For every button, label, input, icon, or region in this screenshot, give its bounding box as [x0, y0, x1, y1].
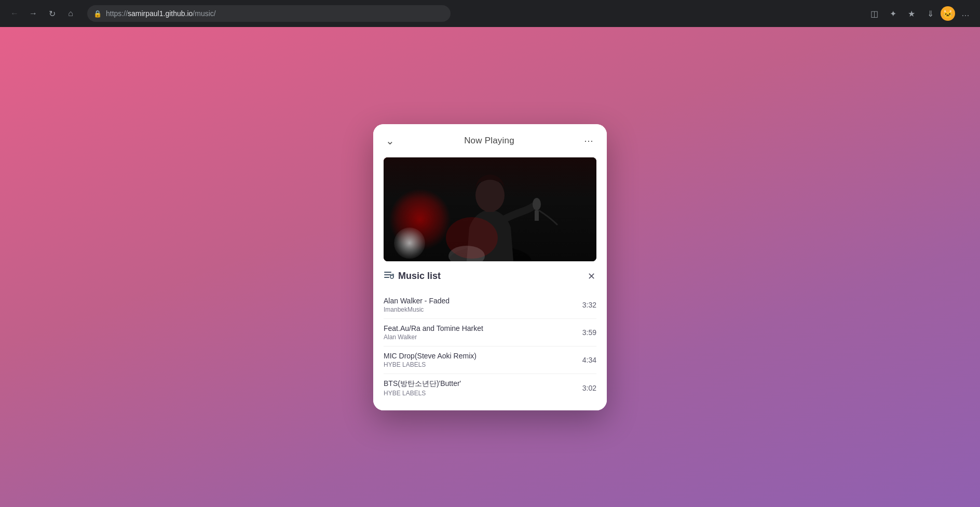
address-text: https://samirpaul1.github.io/music/	[106, 9, 444, 18]
track-info: BTS(방탄소년단)'Butter' HYBE LABELS	[384, 379, 574, 397]
chevron-down-button[interactable]: ⌄	[384, 132, 397, 149]
track-info: Alan Walker - Faded ImanbekMusic	[384, 297, 574, 313]
track-duration: 3:32	[582, 301, 596, 309]
lock-icon: 🔒	[93, 10, 102, 18]
svg-point-3	[533, 198, 541, 210]
singer-silhouette	[417, 160, 563, 261]
music-list-title-area: Music list	[384, 270, 441, 283]
browser-actions: ◫ ✦ ★ ⇓ 🐱 …	[866, 5, 974, 22]
svg-rect-4	[535, 210, 539, 221]
address-bar[interactable]: 🔒 https://samirpaul1.github.io/music/	[87, 5, 451, 22]
downloads-button[interactable]: ⇓	[922, 5, 938, 22]
home-button[interactable]: ⌂	[62, 5, 79, 22]
playlist-icon	[384, 270, 394, 283]
more-options-button[interactable]: ⋯	[582, 133, 596, 149]
svg-point-10	[390, 275, 393, 278]
close-music-list-button[interactable]: ✕	[587, 270, 596, 283]
add-to-favorites-button[interactable]: ✦	[884, 5, 901, 22]
music-list-header: Music list ✕	[384, 270, 596, 283]
album-art-visual	[384, 157, 596, 261]
album-art	[384, 157, 596, 261]
track-info: MIC Drop(Steve Aoki Remix) HYBE LABELS	[384, 352, 574, 368]
track-name: BTS(방탄소년단)'Butter'	[384, 379, 574, 389]
track-artist: HYBE LABELS	[384, 361, 574, 368]
page-content: ⌄ Now Playing ⋯	[0, 27, 980, 507]
profile-avatar[interactable]: 🐱	[941, 6, 955, 21]
browser-chrome: ← → ↻ ⌂ 🔒 https://samirpaul1.github.io/m…	[0, 0, 980, 27]
reload-button[interactable]: ↻	[44, 5, 60, 22]
track-duration: 3:59	[582, 328, 596, 337]
now-playing-section: ⌄ Now Playing ⋯	[373, 124, 607, 261]
track-list: Alan Walker - Faded ImanbekMusic 3:32 Fe…	[384, 291, 596, 402]
back-button[interactable]: ←	[6, 5, 23, 22]
music-list-title: Music list	[398, 271, 441, 282]
track-item[interactable]: MIC Drop(Steve Aoki Remix) HYBE LABELS 4…	[384, 346, 596, 374]
nav-buttons: ← → ↻ ⌂	[6, 5, 79, 22]
browser-more-button[interactable]: …	[957, 5, 974, 22]
track-name: MIC Drop(Steve Aoki Remix)	[384, 352, 574, 360]
track-name: Feat.Au/Ra and Tomine Harket	[384, 324, 574, 332]
track-item[interactable]: Feat.Au/Ra and Tomine Harket Alan Walker…	[384, 319, 596, 346]
track-item[interactable]: BTS(방탄소년단)'Butter' HYBE LABELS 3:02	[384, 374, 596, 402]
track-duration: 4:34	[582, 356, 596, 364]
forward-button[interactable]: →	[25, 5, 42, 22]
track-artist: HYBE LABELS	[384, 390, 574, 397]
track-name: Alan Walker - Faded	[384, 297, 574, 305]
track-artist: ImanbekMusic	[384, 306, 574, 313]
track-info: Feat.Au/Ra and Tomine Harket Alan Walker	[384, 324, 574, 341]
svg-point-2	[475, 179, 505, 212]
track-artist: Alan Walker	[384, 333, 574, 341]
now-playing-header: ⌄ Now Playing ⋯	[384, 132, 596, 149]
player-card: ⌄ Now Playing ⋯	[373, 124, 607, 410]
extensions-button[interactable]: ◫	[866, 5, 882, 22]
track-duration: 3:02	[582, 384, 596, 392]
track-item[interactable]: Alan Walker - Faded ImanbekMusic 3:32	[384, 291, 596, 319]
favorites-button[interactable]: ★	[903, 5, 920, 22]
now-playing-title: Now Playing	[464, 136, 514, 146]
music-list-section: Music list ✕ Alan Walker - Faded Imanbek…	[373, 261, 607, 410]
